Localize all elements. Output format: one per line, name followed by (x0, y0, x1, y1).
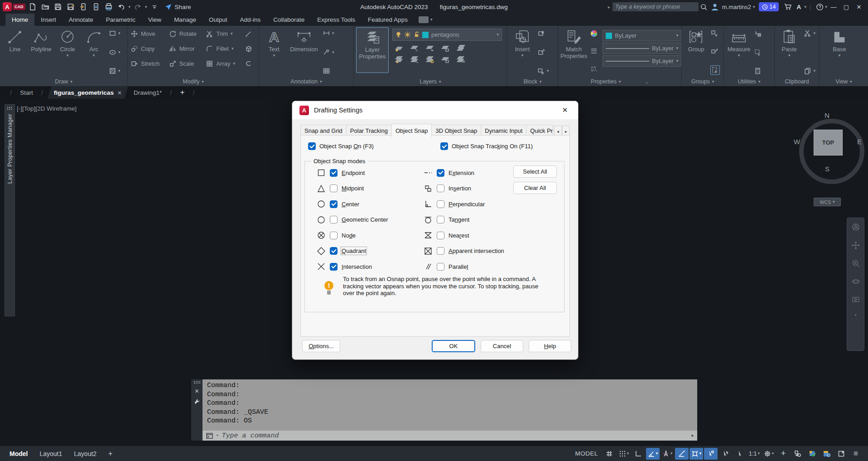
file-tab-figuras-geometricas[interactable]: figuras_geometricas✕ (47, 86, 128, 99)
lasso-tool[interactable] (245, 60, 256, 68)
command-close-icon[interactable]: ✕ (194, 388, 199, 394)
graphics-performance-button[interactable] (805, 448, 819, 460)
object-snap-tracking-toggle[interactable] (675, 448, 689, 460)
insert-caret-icon[interactable]: ▾ (521, 53, 524, 58)
insert-tool[interactable]: Insert▾ (510, 27, 535, 58)
move-tool[interactable]: Move (130, 30, 164, 38)
line-tool[interactable]: Line (2, 27, 28, 53)
search-expand-icon[interactable]: ▸ (608, 5, 610, 10)
workspace-switching-button[interactable]: ▾ (762, 448, 776, 460)
command-scroll-up-icon[interactable]: ▲ (691, 433, 694, 438)
match-properties-tool[interactable]: Match Properties (560, 27, 587, 59)
help-button-dialog[interactable]: Help (529, 340, 571, 352)
command-history[interactable]: Command: Command: Command: Command: _QSA… (203, 379, 697, 431)
ungroup-tool[interactable] (710, 29, 720, 37)
linetype-icon[interactable] (590, 65, 598, 73)
search-button[interactable] (699, 1, 709, 12)
plot-button[interactable] (103, 1, 114, 12)
grid-display-toggle[interactable] (603, 448, 616, 460)
layer-freeze-tool[interactable] (425, 44, 435, 52)
ok-button[interactable]: OK (432, 340, 475, 352)
object-color-dropdown[interactable]: ByLayer▾ (603, 30, 681, 41)
layer-make-current-tool[interactable] (456, 44, 466, 52)
panel-label-clipboard[interactable]: Clipboard (775, 77, 819, 86)
paste-caret-icon[interactable]: ▾ (788, 53, 791, 58)
redo-button[interactable] (132, 1, 143, 12)
navbar-caret-icon[interactable]: ▾ (854, 313, 857, 317)
ellipse-tool[interactable]: ▾ (109, 49, 121, 56)
group-selection-toggle[interactable] (710, 65, 720, 75)
viewport-controls[interactable]: [-][Top][2D Wireframe] (17, 105, 77, 112)
geometric-center-checkbox[interactable] (330, 216, 338, 223)
quick-select-tool[interactable] (754, 29, 762, 37)
group-tool[interactable]: Group (684, 27, 708, 53)
base-tool[interactable]: Base▾ (827, 27, 852, 58)
new-layout-button[interactable]: + (102, 450, 118, 458)
layer-previous-tool[interactable] (410, 56, 420, 63)
dialog-titlebar[interactable]: A Drafting Settings ✕ (292, 101, 578, 119)
palette-grip[interactable] (7, 107, 13, 110)
panel-label-view[interactable]: View▾ (820, 77, 868, 86)
close-window-button[interactable]: ✕ (853, 0, 865, 13)
rotate-tool[interactable]: Rotate (169, 30, 201, 38)
arc-tool[interactable]: Arc▾ (81, 27, 106, 58)
quick-calc-tool[interactable] (754, 67, 762, 75)
group-edit-tool[interactable] (710, 48, 720, 55)
table-tool[interactable] (323, 67, 334, 75)
close-tab-icon[interactable]: ✕ (117, 89, 122, 96)
mirror-tool[interactable]: Mirror (169, 45, 201, 53)
user-caret-icon[interactable]: ▾ (753, 5, 755, 9)
apps-caret-icon[interactable]: ▾ (804, 5, 806, 9)
new-file-button[interactable] (27, 1, 38, 12)
layout-tab-layout1[interactable]: Layout1 (34, 450, 68, 457)
viewcube-east[interactable]: E (857, 138, 862, 146)
parallel-checkbox[interactable] (437, 263, 444, 271)
pan-icon[interactable] (851, 241, 860, 250)
ribbon-tab-collaborate[interactable]: Collaborate (267, 14, 311, 26)
snap-mode-toggle[interactable]: ▾ (617, 448, 631, 460)
open-from-mobile-button[interactable] (78, 1, 89, 12)
ribbon-tab-home[interactable]: Home (5, 14, 34, 26)
save-to-mobile-button[interactable] (91, 1, 101, 12)
cancel-button[interactable]: Cancel (481, 340, 523, 352)
viewcube[interactable]: N W E S TOP (793, 112, 865, 189)
hatch-tool[interactable]: ▾ (109, 67, 121, 75)
select-box-tool[interactable] (754, 49, 762, 56)
options-button[interactable]: Options... (302, 340, 340, 352)
annotation-scale-icon-button[interactable] (733, 448, 747, 460)
zoom-icon[interactable] (851, 259, 860, 268)
cart-button[interactable] (782, 1, 793, 12)
dimension-tool[interactable]: Dimension (288, 27, 320, 53)
viewcube-top-face[interactable]: TOP (814, 130, 843, 155)
drawing-canvas[interactable]: [-][Top][2D Wireframe] Layer Properties … (0, 99, 868, 446)
ribbon-tab-express-tools[interactable]: Express Tools (311, 14, 362, 26)
clear-all-button[interactable]: Clear All (513, 182, 557, 194)
help-button[interactable] (814, 1, 825, 12)
orbit-icon[interactable] (851, 277, 860, 286)
arc-caret-icon[interactable]: ▾ (93, 53, 95, 58)
measure-tool[interactable]: Measure▾ (726, 27, 752, 58)
midpoint-checkbox[interactable] (330, 184, 338, 192)
annotation-monitor-button[interactable]: + (776, 448, 790, 460)
layer-off-tool[interactable] (394, 44, 404, 52)
intersection-checkbox[interactable] (330, 263, 338, 271)
autoscale-toggle[interactable] (719, 448, 732, 460)
paste-tool[interactable]: Paste▾ (777, 27, 801, 58)
share-button[interactable]: Share (164, 3, 191, 11)
layout-tab-model[interactable]: Model (4, 450, 34, 457)
measure-caret-icon[interactable]: ▾ (738, 53, 740, 58)
select-all-button[interactable]: Select All (513, 165, 557, 178)
layer-properties-button[interactable]: Layer Properties (356, 27, 389, 73)
layer-unisolate-tool[interactable] (425, 56, 435, 63)
ribbon-tab-annotate[interactable]: Annotate (63, 14, 100, 26)
command-window-titlebar[interactable]: ✕ (191, 379, 203, 441)
insertion-checkbox[interactable] (437, 184, 444, 192)
linear-dimension-tool[interactable]: ▾ (323, 29, 334, 37)
ortho-toggle[interactable] (632, 448, 645, 460)
viewcube-north[interactable]: N (825, 112, 829, 119)
copy-tool[interactable]: Copy (130, 45, 164, 53)
layer-merge-tool[interactable] (456, 56, 466, 63)
minimize-button[interactable]: — (827, 0, 840, 13)
fillet-tool[interactable]: Fillet▾ (206, 45, 239, 53)
command-recent-caret-icon[interactable]: ▾ (216, 434, 218, 438)
